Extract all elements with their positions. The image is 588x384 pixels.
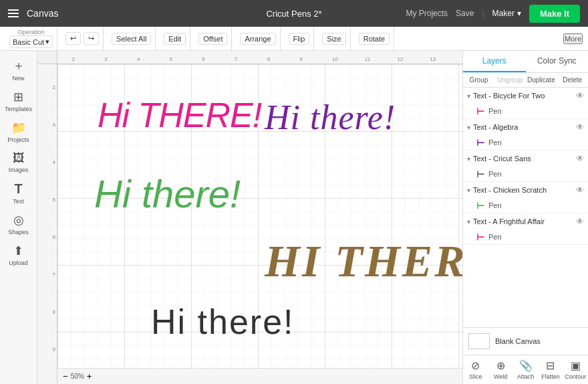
pen-icon-cricut: ⊢: [476, 169, 484, 179]
sidebar-label-templates: Templates: [5, 106, 32, 112]
operation-dropdown[interactable]: Basic Cut ▾: [9, 35, 53, 48]
arrange-section: Arrange: [236, 27, 280, 50]
operation-control[interactable]: Operation Basic Cut ▾: [9, 29, 53, 48]
sidebar-item-text[interactable]: T Text: [0, 177, 37, 209]
eye-icon-chicken[interactable]: 👁: [576, 185, 584, 195]
save-button[interactable]: Save: [456, 9, 474, 18]
canvas-area[interactable]: 2 3 4 5 6 7 8 9 10 11 12 13 2 3 4 5 6 7 …: [37, 51, 462, 384]
ungroup-button[interactable]: Ungroup: [494, 73, 526, 87]
layer-name-chicken: Text - Chicken Scratch: [473, 186, 573, 194]
undo-button[interactable]: ↩: [65, 32, 81, 45]
rotate-button[interactable]: Rotate: [359, 33, 390, 45]
zoom-controls: − 50% +: [63, 371, 92, 381]
flip-section: Flip: [285, 27, 315, 50]
hamburger-menu[interactable]: [8, 9, 19, 17]
canvas-text-algebra[interactable]: Hi there!: [265, 98, 396, 137]
select-all-button[interactable]: Select All: [112, 33, 151, 45]
canvas-text-frightful[interactable]: Hi there!: [151, 302, 295, 342]
expand-icon-frightful: ▾: [467, 218, 470, 225]
more-button[interactable]: More: [563, 33, 583, 44]
layer-item-bicycle: ▾ Text - Bicycle For Two 👁 ⊢ Pen: [463, 88, 588, 119]
sidebar-label-images: Images: [9, 167, 29, 173]
eye-icon-algebra[interactable]: 👁: [576, 122, 584, 132]
slice-tool[interactable]: ⊘ Slice: [463, 355, 488, 384]
nav-right: My Projects Save | Maker ▾ Make It: [406, 5, 580, 23]
maker-dropdown[interactable]: Maker ▾: [492, 9, 521, 18]
operation-chevron-icon: ▾: [45, 37, 49, 46]
main-layout: ＋ New ⊞ Templates 📁 Projects 🖼 Images T …: [0, 51, 588, 384]
duplicate-button[interactable]: Duplicate: [526, 73, 557, 87]
group-button[interactable]: Group: [463, 73, 494, 87]
app-title: Canvas: [27, 8, 58, 19]
offset-button[interactable]: Offset: [198, 33, 227, 45]
flatten-tool[interactable]: ⊟ Flatten: [538, 355, 563, 384]
flatten-icon: ⊟: [546, 359, 555, 372]
document-title: Cricut Pens 2*: [266, 9, 321, 19]
delete-button[interactable]: Delete: [557, 73, 588, 87]
contour-label: Contour: [565, 373, 586, 380]
attach-icon: 📎: [519, 359, 533, 372]
eye-icon-frightful[interactable]: 👁: [576, 217, 584, 226]
layer-header-algebra[interactable]: ▾ Text - Algebra 👁: [463, 119, 588, 135]
layer-header-chicken[interactable]: ▾ Text - Chicken Scratch 👁: [463, 182, 588, 198]
sidebar-item-upload[interactable]: ⬆ Upload: [0, 239, 37, 270]
layer-sub-algebra: ⊢ Pen: [463, 135, 588, 150]
redo-button[interactable]: ↪: [84, 32, 99, 45]
attach-tool[interactable]: 📎 Attach: [513, 355, 538, 384]
text-icon: T: [14, 181, 22, 197]
weld-label: Weld: [494, 373, 507, 380]
operation-value: Basic Cut: [13, 38, 44, 46]
layer-header-cricut[interactable]: ▾ Text - Cricut Sans 👁: [463, 151, 588, 167]
sidebar-label-text: Text: [13, 198, 24, 205]
projects-icon: 📁: [11, 120, 26, 135]
sidebar-item-projects[interactable]: 📁 Projects: [0, 116, 37, 147]
make-it-button[interactable]: Make It: [529, 5, 580, 23]
pen-icon-algebra: ⊢: [476, 137, 484, 148]
edit-button[interactable]: Edit: [164, 33, 186, 45]
flip-button[interactable]: Flip: [289, 33, 310, 45]
left-sidebar: ＋ New ⊞ Templates 📁 Projects 🖼 Images T …: [0, 51, 37, 384]
expand-icon-algebra: ▾: [467, 124, 470, 131]
tab-color-sync[interactable]: Color Sync: [526, 51, 589, 72]
horizontal-ruler: 2 3 4 5 6 7 8 9 10 11 12 13: [57, 51, 462, 64]
size-button[interactable]: Size: [322, 33, 345, 45]
rotate-section: Rotate: [355, 27, 394, 50]
contour-tool[interactable]: ▣ Contour: [563, 355, 588, 384]
tab-layers[interactable]: Layers: [463, 51, 526, 72]
pen-label-algebra: Pen: [488, 138, 502, 147]
arrange-button[interactable]: Arrange: [240, 33, 275, 45]
top-nav: Canvas Cricut Pens 2* My Projects Save |…: [0, 0, 588, 27]
document-title-text: Cricut Pens 2*: [266, 9, 321, 19]
sidebar-item-images[interactable]: 🖼 Images: [0, 147, 37, 177]
layer-sub-chicken: ⊢ Pen: [463, 198, 588, 213]
layer-name-frightful: Text - A Frightful Affair: [473, 217, 573, 225]
pen-icon-bicycle: ⊢: [476, 106, 484, 116]
zoom-in-button[interactable]: +: [87, 371, 92, 381]
eye-icon-cricut[interactable]: 👁: [576, 154, 584, 163]
canvas-text-chicken[interactable]: HI THERE!: [265, 235, 462, 288]
canvas-text-bicycle[interactable]: Hi THERE!: [98, 98, 261, 132]
my-projects-link[interactable]: My Projects: [406, 9, 448, 18]
layer-header-bicycle[interactable]: ▾ Text - Bicycle For Two 👁: [463, 88, 588, 104]
weld-icon: ⊕: [496, 359, 505, 372]
layers-list: ▾ Text - Bicycle For Two 👁 ⊢ Pen ▾ Text …: [463, 88, 588, 327]
expand-icon-bicycle: ▾: [467, 92, 470, 100]
layer-name-algebra: Text - Algebra: [473, 123, 573, 131]
weld-tool[interactable]: ⊕ Weld: [488, 355, 512, 384]
canvas-content[interactable]: Hi THERE! Hi there! Hi there! HI THERE! …: [57, 64, 462, 384]
panel-actions: Group Ungroup Duplicate Delete: [463, 73, 588, 88]
eye-icon-bicycle[interactable]: 👁: [576, 91, 584, 100]
sidebar-item-templates[interactable]: ⊞ Templates: [0, 86, 37, 116]
operation-label: Operation: [18, 29, 45, 35]
sidebar-label-new: New: [12, 75, 24, 82]
zoom-out-button[interactable]: −: [63, 371, 68, 381]
pen-label-bicycle: Pen: [488, 107, 502, 115]
vertical-ruler: 2 3 4 5 6 7 8 9: [37, 64, 57, 384]
slice-label: Slice: [469, 373, 482, 380]
sidebar-item-shapes[interactable]: ◎ Shapes: [0, 209, 37, 239]
layer-header-frightful[interactable]: ▾ Text - A Frightful Affair 👁: [463, 213, 588, 229]
nav-divider: |: [482, 9, 484, 18]
sidebar-item-new[interactable]: ＋ New: [0, 54, 37, 86]
sidebar-label-shapes: Shapes: [8, 229, 29, 235]
canvas-text-cricut[interactable]: Hi there!: [94, 171, 241, 216]
